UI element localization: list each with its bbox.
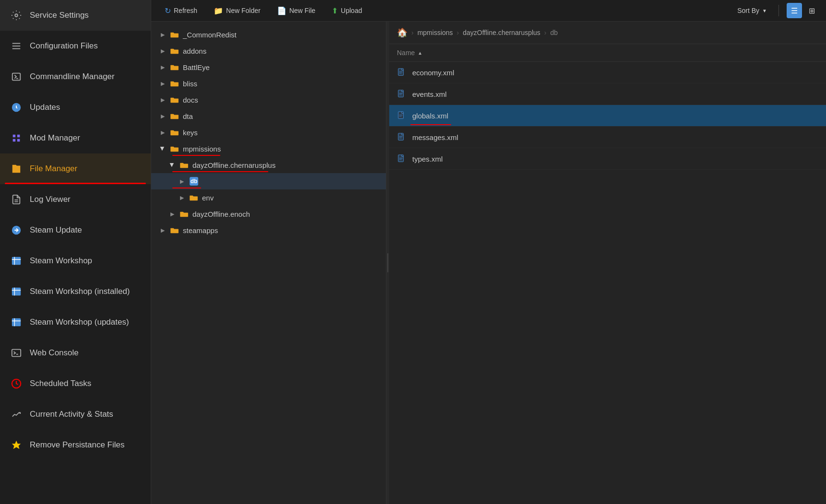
name-column-header[interactable]: Name ▲	[397, 49, 818, 57]
file-item-globals-xml[interactable]: globals.xml	[389, 105, 826, 127]
sidebar-item-label-steam-workshop-updates: Steam Workshop (updates)	[30, 317, 129, 327]
grid-view-button[interactable]: ⊞	[804, 3, 819, 18]
tree-item-common-redist[interactable]: ▶_CommonRedist	[151, 26, 386, 43]
file-list-header: Name ▲	[389, 44, 826, 62]
svg-rect-24	[399, 115, 403, 115]
sidebar-item-label-updates: Updates	[30, 103, 60, 112]
tree-item-keys[interactable]: ▶keys	[151, 124, 386, 141]
xml-file-icon	[397, 89, 407, 99]
upload-icon: ⬆	[332, 6, 338, 15]
sidebar-item-mod-manager[interactable]: Mod Manager	[0, 123, 151, 153]
folder-icon	[170, 112, 179, 120]
xml-file-icon	[397, 132, 407, 142]
cmd-icon	[10, 70, 23, 83]
tree-arrow-icon: ▶	[159, 47, 167, 55]
tree-item-label-docs: docs	[183, 96, 198, 104]
sidebar-item-steam-workshop-updates[interactable]: Steam Workshop (updates)	[0, 307, 151, 338]
tree-item-battleye[interactable]: ▶BattlEye	[151, 59, 386, 75]
file-item-messages-xml[interactable]: messages.xml	[389, 127, 826, 148]
file-browser: ▶_CommonRedist▶addons▶BattlEye▶bliss▶doc…	[151, 22, 826, 504]
tree-item-bliss[interactable]: ▶bliss	[151, 75, 386, 92]
file-underline-indicator	[410, 124, 451, 125]
tree-arrow-icon: ▶	[159, 226, 167, 234]
tree-item-label-mpmissions: mpmissions	[183, 145, 221, 153]
new-folder-label: New Folder	[226, 7, 261, 14]
upload-label: Upload	[341, 7, 362, 14]
new-folder-button[interactable]: 📁 New Folder	[207, 3, 267, 18]
tree-item-addons[interactable]: ▶addons	[151, 43, 386, 59]
tree-item-label-common-redist: _CommonRedist	[183, 31, 237, 39]
tree-item-dta[interactable]: ▶dta	[151, 108, 386, 124]
folder-icon	[170, 63, 179, 71]
svg-rect-21	[399, 93, 403, 94]
file-item-events-xml[interactable]: events.xml	[389, 83, 826, 105]
tree-item-steamapps[interactable]: ▶steamapps	[151, 222, 386, 238]
tree-item-mpmissions[interactable]: ▶mpmissions	[151, 141, 386, 157]
sidebar-item-steam-update[interactable]: Steam Update	[0, 215, 151, 246]
breadcrumb-dayzoffline[interactable]: dayzOffline.chernarusplus	[463, 29, 540, 36]
svg-rect-25	[399, 116, 402, 117]
tree-item-db[interactable]: ▶db	[151, 173, 386, 189]
upload-button[interactable]: ⬆ Upload	[325, 3, 369, 18]
svg-rect-18	[399, 71, 403, 72]
sidebar-item-web-console[interactable]: Web Console	[0, 338, 151, 368]
tree-item-label-addons: addons	[183, 47, 206, 55]
sort-by-label: Sort By	[737, 7, 759, 14]
view-toggle: ☰ ⊞	[787, 3, 819, 18]
workshop-inst-icon	[10, 285, 23, 298]
tree-item-label-battleye: BattlEye	[183, 63, 210, 71]
sidebar-item-current-activity-stats[interactable]: Current Activity & Stats	[0, 399, 151, 430]
folder-icon	[170, 144, 179, 153]
svg-rect-12	[12, 318, 21, 327]
new-file-icon: 📄	[277, 6, 287, 15]
sidebar-item-commandline-manager[interactable]: Commandline Manager	[0, 61, 151, 92]
tree-panel: ▶_CommonRedist▶addons▶BattlEye▶bliss▶doc…	[151, 22, 386, 504]
folder-icon	[170, 95, 179, 104]
tree-item-env[interactable]: ▶env	[151, 189, 386, 206]
new-file-label: New File	[289, 7, 315, 14]
tree-underline-indicator	[172, 188, 201, 188]
sidebar-item-log-viewer[interactable]: Log Viewer	[0, 184, 151, 215]
file-name-messages-xml: messages.xml	[412, 133, 458, 141]
sidebar: Service SettingsConfiguration FilesComma…	[0, 0, 151, 504]
xml-file-icon	[397, 68, 407, 77]
tree-arrow-icon: ▶	[159, 96, 167, 104]
sidebar-item-file-manager[interactable]: File Manager	[0, 153, 151, 184]
file-items-list: economy.xmlevents.xmlglobals.xmlmessages…	[389, 62, 826, 170]
sidebar-item-scheduled-tasks[interactable]: Scheduled Tasks	[0, 368, 151, 399]
file-item-economy-xml[interactable]: economy.xml	[389, 62, 826, 83]
sidebar-item-configuration-files[interactable]: Configuration Files	[0, 31, 151, 61]
sidebar-item-label-commandline-manager: Commandline Manager	[30, 72, 115, 82]
breadcrumb-mpmissions[interactable]: mpmissions	[418, 29, 453, 36]
folder-icon	[170, 47, 179, 55]
file-name-types-xml: types.xml	[412, 155, 443, 163]
sidebar-item-remove-persistence-files[interactable]: Remove Persistance Files	[0, 430, 151, 460]
svg-rect-19	[399, 73, 402, 73]
file-name-globals-xml: globals.xml	[412, 112, 448, 120]
name-sort-arrow-icon: ▲	[418, 50, 422, 56]
sidebar-item-updates[interactable]: Updates	[0, 92, 151, 123]
tree-arrow-icon: ▶	[159, 145, 167, 152]
tree-arrow-icon: ▶	[159, 31, 167, 38]
tree-arrow-icon: ▶	[178, 177, 186, 185]
config-icon	[10, 39, 23, 53]
tree-item-docs[interactable]: ▶docs	[151, 92, 386, 108]
tree-item-dayzoffline-chern[interactable]: ▶dayzOffline.chernarusplus	[151, 157, 386, 173]
sidebar-item-label-file-manager: File Manager	[30, 164, 77, 174]
sort-by-button[interactable]: Sort By ▼	[730, 4, 774, 17]
sidebar-item-steam-workshop[interactable]: Steam Workshop	[0, 246, 151, 276]
sidebar-item-label-mod-manager: Mod Manager	[30, 133, 80, 143]
sidebar-item-steam-workshop-installed[interactable]: Steam Workshop (installed)	[0, 276, 151, 307]
sidebar-item-label-scheduled-tasks: Scheduled Tasks	[30, 379, 91, 388]
breadcrumb-db: db	[551, 29, 558, 36]
list-view-button[interactable]: ☰	[787, 3, 802, 18]
name-column-label: Name	[397, 49, 415, 57]
file-item-types-xml[interactable]: types.xml	[389, 148, 826, 170]
sidebar-item-service-settings[interactable]: Service Settings	[0, 0, 151, 31]
tree-item-label-env: env	[202, 194, 214, 202]
refresh-button[interactable]: ↻ Refresh	[158, 3, 204, 18]
new-file-button[interactable]: 📄 New File	[270, 3, 322, 18]
tree-item-dayzoffline-enoch[interactable]: ▶dayzOffline.enoch	[151, 206, 386, 222]
sidebar-item-label-steam-workshop: Steam Workshop	[30, 256, 92, 266]
breadcrumb-home-icon[interactable]: 🏠	[397, 27, 407, 38]
